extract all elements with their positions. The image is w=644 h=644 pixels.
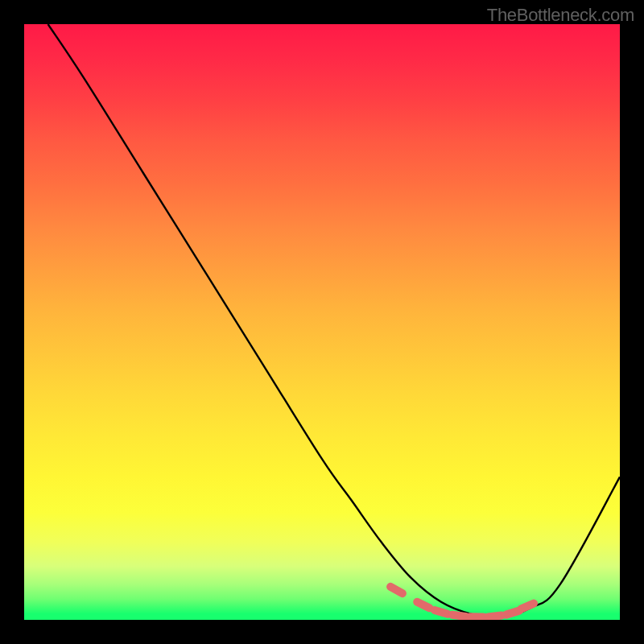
highlight-marker <box>506 611 519 615</box>
highlight-marker <box>435 610 448 614</box>
highlight-marker <box>417 602 429 609</box>
highlight-marker <box>452 615 466 617</box>
bottleneck-curve <box>48 24 620 617</box>
highlight-marker <box>522 604 535 609</box>
chart-background <box>24 24 620 620</box>
highlight-markers-group <box>390 587 534 617</box>
highlight-marker <box>390 587 402 593</box>
watermark-text: TheBottleneck.com <box>487 5 634 26</box>
highlight-marker <box>488 616 502 617</box>
chart-svg <box>24 24 620 620</box>
